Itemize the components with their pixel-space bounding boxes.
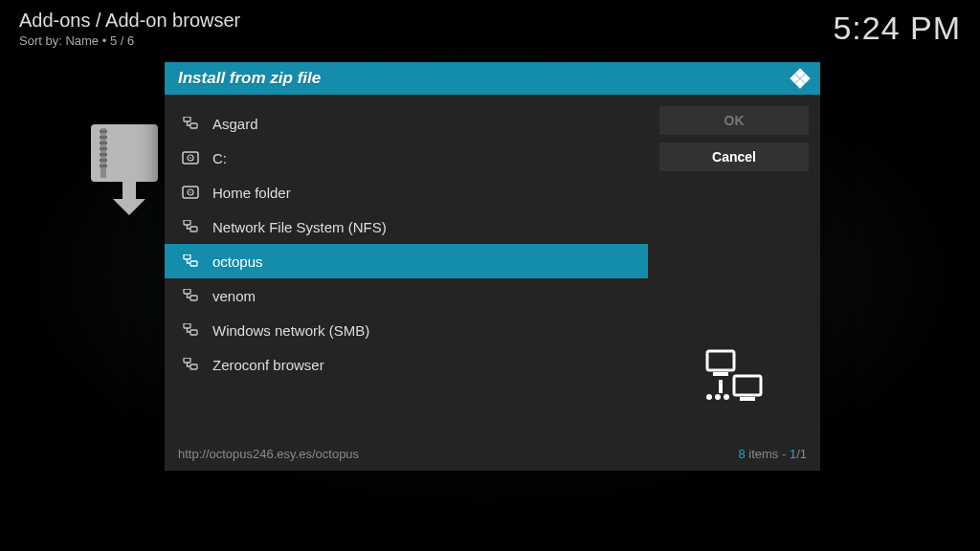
source-item-label: Windows network (SMB) (212, 322, 369, 339)
network-icon (182, 254, 199, 268)
svg-rect-4 (100, 142, 107, 144)
svg-rect-22 (190, 227, 197, 231)
source-item-label: Network File System (NFS) (212, 219, 387, 235)
svg-rect-34 (740, 397, 755, 401)
source-item[interactable]: Windows network (SMB) (165, 313, 648, 347)
network-icon (182, 117, 199, 130)
install-zip-icon (91, 124, 167, 215)
svg-rect-33 (734, 376, 761, 395)
cancel-button[interactable]: Cancel (659, 143, 809, 171)
svg-rect-7 (100, 159, 107, 162)
svg-rect-25 (184, 289, 190, 294)
source-item-label: Home folder (212, 185, 291, 201)
source-item-label: Zeroconf browser (212, 357, 324, 373)
network-preview-icon (659, 327, 809, 437)
svg-rect-30 (190, 364, 197, 369)
svg-rect-2 (100, 130, 107, 133)
ok-button[interactable]: OK (659, 106, 809, 135)
source-item[interactable]: Home folder (165, 175, 648, 209)
network-icon (182, 358, 199, 371)
network-icon (182, 323, 199, 337)
svg-point-17 (189, 157, 191, 159)
source-item[interactable]: venom (165, 278, 648, 313)
svg-rect-14 (190, 123, 197, 128)
network-icon (182, 220, 199, 233)
disk-icon (182, 186, 199, 199)
svg-rect-24 (190, 261, 197, 266)
svg-rect-32 (713, 372, 728, 376)
svg-rect-5 (100, 147, 107, 150)
svg-point-20 (189, 191, 191, 193)
disk-icon (182, 151, 199, 165)
svg-rect-3 (100, 136, 107, 139)
svg-rect-38 (719, 380, 723, 393)
source-item[interactable]: Network File System (NFS) (165, 209, 648, 244)
dialog-title: Install from zip file (165, 62, 820, 95)
source-item-label: C: (212, 150, 227, 166)
svg-point-37 (724, 394, 729, 400)
file-source-list: AsgardC:Home folderNetwork File System (… (165, 106, 648, 437)
clock: 5:24 PM (833, 10, 961, 47)
footer-item-count: 8 items - 1/1 (738, 447, 807, 461)
sort-info: Sort by: Name • 5 / 6 (19, 33, 240, 48)
source-item[interactable]: C: (165, 141, 648, 175)
svg-rect-28 (190, 330, 197, 335)
source-item-label: Asgard (212, 116, 258, 132)
svg-rect-8 (100, 165, 107, 167)
source-item[interactable]: Zeroconf browser (165, 347, 648, 382)
svg-rect-13 (184, 117, 190, 121)
svg-rect-27 (184, 323, 190, 328)
network-icon (182, 289, 199, 302)
svg-rect-31 (707, 351, 734, 370)
source-item-label: octopus (212, 253, 263, 270)
source-item[interactable]: Asgard (165, 106, 648, 141)
svg-point-35 (706, 394, 712, 400)
source-item[interactable]: octopus (165, 244, 648, 278)
footer-path: http://octopus246.esy.es/octopus (178, 447, 359, 461)
kodi-logo-icon (790, 68, 811, 89)
svg-rect-29 (184, 358, 190, 363)
source-item-label: venom (212, 288, 256, 304)
svg-rect-26 (190, 296, 197, 300)
svg-rect-6 (100, 153, 107, 156)
svg-rect-21 (184, 220, 190, 225)
install-from-zip-dialog: Install from zip file AsgardC:Home folde… (165, 62, 820, 471)
svg-point-36 (715, 394, 721, 400)
breadcrumb: Add-ons / Add-on browser (19, 10, 240, 32)
svg-rect-23 (184, 254, 190, 259)
